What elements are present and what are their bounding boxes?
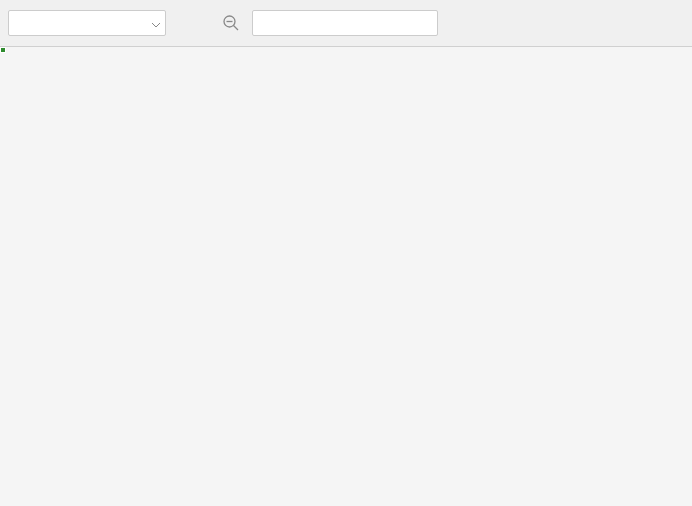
name-box[interactable] xyxy=(8,10,166,36)
zoom-out-icon[interactable] xyxy=(222,14,240,32)
selection-handle[interactable] xyxy=(0,47,6,53)
toolbar xyxy=(0,0,692,47)
name-box-group xyxy=(8,10,166,36)
svg-line-1 xyxy=(234,26,239,31)
formula-bar[interactable] xyxy=(252,10,438,36)
fx-group xyxy=(222,10,438,36)
